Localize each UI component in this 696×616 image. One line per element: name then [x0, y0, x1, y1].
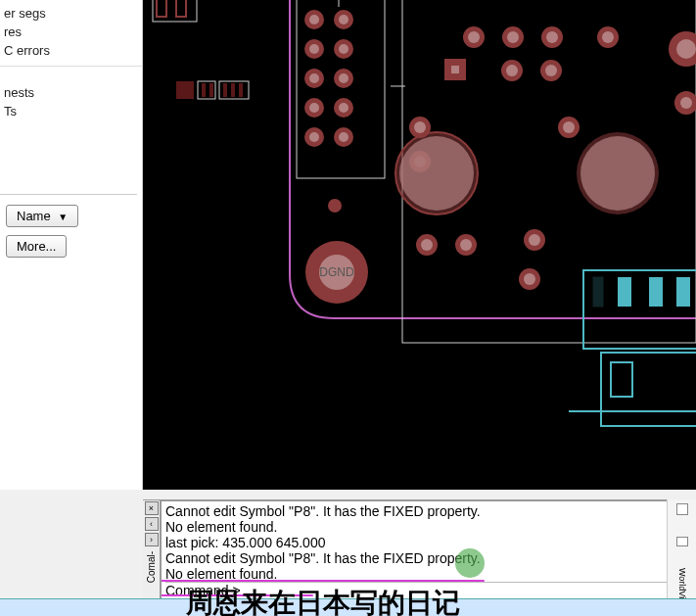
svg-rect-76	[618, 277, 631, 307]
pcb-svg: DGND	[143, 0, 696, 490]
name-dropdown[interactable]: Name ▼	[6, 205, 78, 227]
svg-point-5	[309, 15, 319, 24]
svg-point-55	[414, 121, 426, 133]
svg-point-49	[545, 65, 557, 76]
console-line: No element found.	[165, 519, 691, 535]
console-line: Cannot edit Symbol "P8". It has the FIXE…	[165, 550, 691, 566]
svg-rect-29	[223, 83, 227, 97]
scroll-left-icon[interactable]: ‹	[145, 517, 159, 531]
svg-rect-30	[231, 83, 235, 97]
annotation-underline	[161, 580, 485, 582]
overlay-text: 周恩来在日本写的日记	[186, 585, 460, 616]
worldview-thumb[interactable]	[676, 503, 688, 515]
svg-point-9	[309, 44, 319, 54]
chevron-down-icon: ▼	[58, 212, 68, 222]
svg-point-13	[309, 73, 319, 83]
svg-rect-0	[153, 0, 197, 22]
svg-point-21	[309, 132, 319, 142]
svg-point-19	[339, 103, 348, 113]
worldview-strip: WorldVie	[667, 499, 696, 607]
close-icon[interactable]: ×	[145, 501, 159, 515]
svg-point-70	[529, 234, 540, 246]
console-gutter: × ‹ › Comal-	[143, 500, 161, 607]
svg-rect-27	[209, 83, 213, 97]
svg-rect-78	[676, 277, 690, 307]
console-tab-label[interactable]: Comal-	[146, 551, 157, 583]
tree-item[interactable]: er segs	[0, 4, 142, 23]
console-line: Cannot edit Symbol "P8". It has the FIXE…	[165, 503, 691, 519]
svg-rect-2	[176, 0, 186, 17]
svg-rect-31	[239, 83, 243, 97]
svg-point-37	[468, 31, 480, 43]
svg-rect-79	[601, 353, 696, 426]
svg-point-59	[563, 121, 575, 133]
tree-item[interactable]: Ts	[0, 102, 142, 120]
svg-point-68	[460, 239, 472, 251]
svg-point-66	[421, 239, 433, 251]
scroll-thumb[interactable]	[676, 537, 688, 546]
cursor-highlight-icon	[455, 548, 485, 578]
svg-rect-77	[649, 277, 663, 307]
sidebar-tree: er segs res C errors nests Ts Name ▼ Mor…	[0, 0, 143, 490]
svg-point-64	[580, 136, 655, 211]
sidebar-button-row: Name ▼ More...	[0, 194, 137, 267]
svg-point-34	[328, 199, 342, 213]
tree-item[interactable]: nests	[0, 83, 142, 102]
svg-rect-80	[611, 362, 632, 397]
console-line: last pick: 435.000 645.000	[165, 535, 691, 550]
svg-point-11	[339, 44, 348, 54]
svg-point-51	[676, 39, 696, 59]
svg-point-53	[680, 97, 692, 109]
svg-rect-75	[593, 277, 603, 307]
name-dropdown-label: Name	[17, 209, 51, 223]
svg-point-41	[546, 31, 558, 43]
svg-point-47	[506, 65, 518, 76]
svg-rect-1	[157, 0, 166, 17]
divider	[0, 66, 142, 77]
tree-item[interactable]: res	[0, 23, 142, 41]
svg-point-17	[309, 103, 319, 113]
dgnd-label: DGND	[319, 265, 354, 279]
svg-rect-45	[451, 66, 459, 73]
svg-point-39	[507, 31, 519, 43]
svg-point-43	[602, 31, 614, 43]
svg-point-62	[399, 136, 474, 211]
more-button[interactable]: More...	[6, 235, 67, 258]
svg-point-7	[339, 15, 348, 24]
svg-point-15	[339, 73, 348, 83]
more-button-label: More...	[17, 239, 56, 254]
svg-rect-24	[176, 81, 194, 99]
svg-rect-26	[202, 83, 206, 97]
tree-item[interactable]: C errors	[0, 41, 142, 60]
svg-point-72	[524, 273, 535, 285]
svg-point-23	[339, 132, 348, 142]
scroll-right-icon[interactable]: ›	[145, 533, 159, 546]
pcb-canvas[interactable]: DGND	[143, 0, 696, 490]
